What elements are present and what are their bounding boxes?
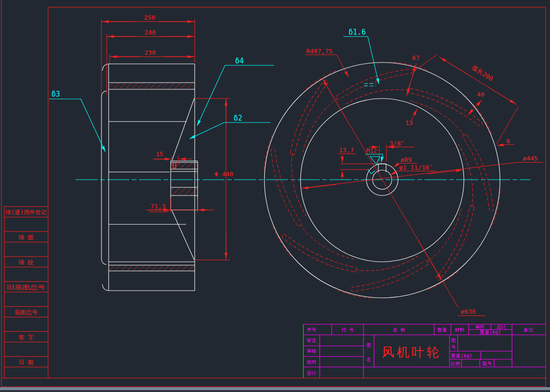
dim-71-3: 71,3 [150, 203, 165, 210]
row-design: 设计 [306, 370, 316, 376]
label-delta3: δ3 [51, 90, 60, 98]
dim-3-8: 3/8″ [389, 140, 404, 147]
col-weight: 重量(kg) [479, 330, 501, 335]
col-total: 总计 [497, 324, 506, 330]
col-qty: 数量 [437, 327, 447, 332]
label-delta4: δ4 [235, 57, 244, 65]
cad-drawing-canvas: 借(通)用件登记 描 图 描 校 旧底图总号 底图总号 签 字 日 期 [0, 0, 550, 392]
dim-13-7: 13,7 [339, 147, 354, 154]
margin-label-date: 日 期 [18, 359, 33, 366]
side-view-leaders: δ3 δ4 δ2 [49, 57, 274, 152]
dim-40: 40 [477, 91, 485, 98]
side-view-geometry [101, 64, 198, 291]
label-delta2: δ2 [234, 114, 242, 122]
margin-label-trace-check: 描 校 [18, 259, 33, 266]
dim-dia445: ø445 [523, 155, 538, 162]
front-view-dimensions: R407,75 67 弧长200 40 13 8 ø445 ø630 3/8″ … [301, 48, 543, 316]
window-bottom-edge [0, 390, 550, 392]
dim-250: 250 [144, 14, 155, 21]
dim-67: 67 [412, 54, 420, 61]
window-bottom-bar [0, 387, 550, 390]
weight-label: 重量(kg) [450, 353, 472, 358]
tu-hao-2: 号 [451, 344, 456, 350]
tu-hao-1: 图 [451, 338, 456, 343]
label-delta16: δ1.6 [349, 28, 366, 37]
margin-label-old-master-no: 旧底图总号 [7, 284, 45, 291]
dim-230: 230 [144, 49, 155, 56]
margin-label-master-no: 底图总号 [14, 309, 38, 316]
dim-15: 15 [156, 150, 163, 158]
label-m12: M12 [366, 147, 377, 154]
dim-dia89: ø89 [400, 156, 412, 163]
impeller-blades [242, 40, 522, 319]
side-view-hatching [109, 83, 197, 270]
weld-symbol-u: U [172, 162, 176, 171]
col-seq: 序号 [307, 327, 316, 332]
version-label: 版号 [482, 361, 492, 366]
dim-dia440: Φ 440 [214, 171, 233, 178]
left-margin-panel: 借(通)用件登记 描 图 描 校 旧底图总号 底图总号 签 字 日 期 [4, 207, 48, 378]
tu-ming-2: 名 [366, 357, 371, 362]
margin-label-trace: 描 图 [18, 234, 33, 241]
col-unit: 单件 [475, 324, 485, 330]
dim-dia1-11-16: φ1 11/16″ [399, 164, 433, 171]
front-view-geometry [264, 62, 500, 298]
margin-label-borrow: 借(通)用件登记 [5, 209, 47, 216]
dim-dia630: ø630 [461, 308, 475, 315]
drawing-title: 风机叶轮 [382, 345, 441, 359]
side-view-dimensions: 250 240 230 Φ 440 71,3 15 [101, 14, 233, 260]
row-check: 审核 [307, 348, 316, 354]
dim-240: 240 [144, 29, 155, 36]
col-remark: 备注 [524, 327, 533, 332]
row-approve: 审定 [307, 338, 316, 343]
col-material: 材料 [454, 327, 464, 332]
dim-8: 8 [506, 137, 510, 145]
col-name: 名 称 [393, 327, 405, 332]
row-proof: 校对 [306, 359, 316, 365]
tu-ming-1: 图 [366, 343, 371, 348]
margin-label-signature: 签 字 [18, 334, 33, 341]
dim-arc200: 弧长200 [470, 64, 494, 83]
dim-r407: R407,75 [306, 48, 333, 55]
title-block: 序号 代 号 名 称 数量 材料 单件 总计 重量(kg) 备注 审定 审核 校… [303, 324, 545, 378]
scale-label: 比例 [450, 361, 460, 366]
col-code: 代 号 [341, 327, 354, 332]
dim-13: 13 [405, 119, 413, 126]
